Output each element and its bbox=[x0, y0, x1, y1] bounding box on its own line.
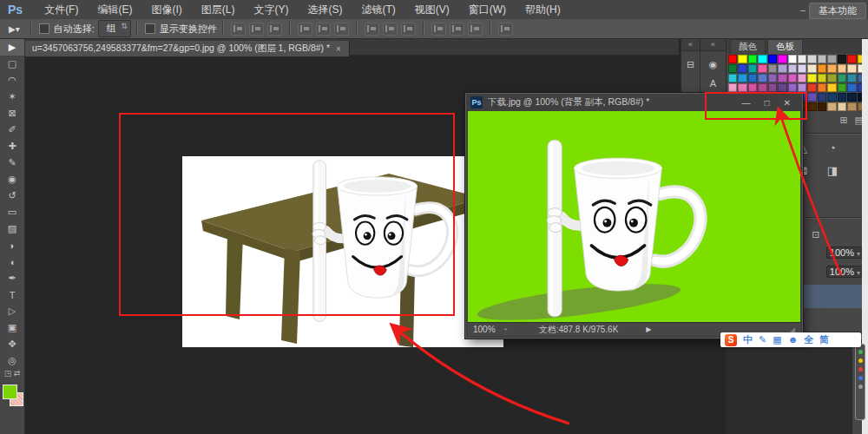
align-bottom-edges-icon[interactable] bbox=[267, 23, 282, 36]
distribute-top-edges-icon[interactable] bbox=[365, 23, 379, 36]
menu-layer[interactable]: 图层(L) bbox=[192, 3, 245, 17]
eyedropper-tool[interactable]: ✐ bbox=[0, 122, 24, 138]
fill-value-field[interactable]: 100% ▾ bbox=[826, 266, 864, 278]
align-left-edges-icon[interactable] bbox=[298, 23, 312, 36]
color-swatch[interactable] bbox=[827, 55, 836, 63]
tab-close-icon[interactable]: × bbox=[336, 44, 341, 54]
distribute-vertical-centers-icon[interactable] bbox=[383, 23, 398, 36]
menu-edit[interactable]: 编辑(E) bbox=[88, 3, 141, 17]
color-swatch[interactable] bbox=[847, 102, 856, 111]
ime-simplified-mode[interactable]: 简 bbox=[819, 332, 829, 347]
ime-pen-icon[interactable]: ✎ bbox=[759, 332, 766, 347]
color-swatch[interactable] bbox=[847, 93, 856, 102]
menu-window[interactable]: 窗口(W) bbox=[459, 3, 516, 17]
blur-tool[interactable]: ◗ bbox=[0, 237, 24, 253]
path-selection-tool[interactable]: ▷ bbox=[0, 303, 24, 319]
hand-tool[interactable]: ✥ bbox=[0, 336, 24, 352]
menu-help[interactable]: 帮助(H) bbox=[516, 3, 570, 17]
color-swatch[interactable] bbox=[788, 74, 797, 82]
color-swatch[interactable] bbox=[818, 64, 826, 73]
color-swatch[interactable] bbox=[807, 74, 816, 82]
ime-chinese-mode[interactable]: 中 bbox=[743, 332, 753, 347]
menu-filter[interactable]: 滤镜(T) bbox=[352, 3, 404, 17]
color-swatch[interactable] bbox=[728, 74, 737, 82]
color-swatch[interactable] bbox=[748, 74, 757, 82]
pen-tool[interactable]: ✒ bbox=[0, 270, 24, 286]
quick-selection-tool[interactable]: ✶ bbox=[0, 89, 24, 105]
color-swatch[interactable] bbox=[807, 55, 816, 63]
color-swatch[interactable] bbox=[738, 83, 746, 92]
zoom-tool[interactable]: ◎ bbox=[0, 352, 24, 369]
color-swatch[interactable] bbox=[838, 74, 846, 82]
menu-file[interactable]: 文件(F) bbox=[35, 3, 88, 17]
menu-type[interactable]: 文字(Y) bbox=[244, 3, 298, 17]
color-swatch[interactable] bbox=[728, 64, 737, 73]
status-expand-icon[interactable]: ▶ bbox=[646, 326, 651, 333]
foreground-color-swatch[interactable] bbox=[3, 385, 17, 399]
color-swatch[interactable] bbox=[827, 64, 836, 73]
sogou-input-bar[interactable]: S 中 ✎ ▦ ☻ 全 简 bbox=[720, 332, 861, 347]
color-swatch[interactable] bbox=[807, 93, 816, 102]
marquee-tool[interactable]: ▢ bbox=[0, 56, 24, 72]
color-swatch[interactable] bbox=[798, 64, 806, 73]
floating-document-window[interactable]: Ps 下载.jpg @ 100% (背景 副本, RGB/8#) * — □ ✕… bbox=[465, 93, 803, 339]
color-swatch[interactable] bbox=[827, 74, 836, 82]
crop-tool[interactable]: ⊠ bbox=[0, 105, 24, 122]
color-swatch[interactable] bbox=[807, 102, 816, 111]
color-swatch[interactable] bbox=[788, 55, 797, 63]
floating-document-canvas[interactable] bbox=[468, 111, 800, 322]
color-swatch[interactable] bbox=[827, 102, 836, 111]
tab-swatches[interactable]: 色板 bbox=[767, 39, 803, 54]
color-swatch[interactable] bbox=[798, 55, 806, 63]
color-swatch[interactable] bbox=[748, 64, 757, 73]
healing-brush-tool[interactable]: ✚ bbox=[0, 138, 24, 155]
collapse-arrows-icon[interactable]: « bbox=[700, 39, 726, 51]
collapse-arrows-icon[interactable]: « bbox=[681, 39, 700, 51]
color-swatch[interactable] bbox=[738, 74, 746, 82]
zoom-level-field[interactable]: 100% bbox=[473, 325, 496, 334]
menu-select[interactable]: 选择(S) bbox=[298, 3, 352, 17]
default-swap-colors-icon[interactable]: ◳ ⇄ bbox=[0, 369, 24, 378]
color-swatch[interactable] bbox=[768, 74, 777, 82]
sogou-logo-icon[interactable]: S bbox=[725, 334, 737, 346]
color-swatch[interactable] bbox=[768, 83, 777, 92]
color-swatch[interactable] bbox=[768, 55, 777, 63]
adjustment-icon[interactable]: ◨ bbox=[824, 164, 841, 178]
color-swatch[interactable] bbox=[818, 102, 826, 111]
history-panel-icon[interactable]: ⊟ bbox=[687, 59, 694, 70]
ime-fullwidth-mode[interactable]: 全 bbox=[804, 332, 813, 347]
minimize-button[interactable]: — bbox=[742, 98, 751, 108]
align-horizontal-centers-icon[interactable] bbox=[316, 23, 331, 36]
color-swatch[interactable] bbox=[798, 74, 806, 82]
color-swatch[interactable] bbox=[847, 83, 856, 92]
auto-align-layers-icon[interactable] bbox=[498, 23, 513, 36]
move-tool[interactable]: ▶ bbox=[0, 39, 24, 56]
color-swatch[interactable] bbox=[807, 83, 816, 92]
close-button[interactable]: ✕ bbox=[784, 98, 791, 108]
distribute-right-edges-icon[interactable] bbox=[468, 23, 483, 36]
color-swatch[interactable] bbox=[738, 64, 746, 73]
dodge-tool[interactable]: ◖ bbox=[0, 253, 24, 270]
color-swatch[interactable] bbox=[778, 83, 786, 92]
brush-tool[interactable]: ✎ bbox=[0, 155, 24, 171]
lasso-tool[interactable]: ◠ bbox=[0, 72, 24, 89]
menu-image[interactable]: 图像(I) bbox=[141, 3, 191, 17]
shape-tool[interactable]: ▣ bbox=[0, 319, 24, 336]
tab-color[interactable]: 颜色 bbox=[730, 39, 766, 54]
color-swatch[interactable] bbox=[748, 83, 757, 92]
color-swatch[interactable] bbox=[758, 83, 766, 92]
color-swatch[interactable] bbox=[778, 74, 786, 82]
color-swatch[interactable] bbox=[838, 93, 846, 102]
color-swatch[interactable] bbox=[847, 74, 856, 82]
adjustment-icon[interactable]: ◔ bbox=[824, 141, 841, 155]
color-swatch[interactable] bbox=[798, 83, 806, 92]
gradient-tool[interactable]: ▨ bbox=[0, 220, 24, 237]
color-swatch[interactable] bbox=[827, 83, 836, 92]
eraser-tool[interactable]: ▭ bbox=[0, 204, 24, 220]
document-tab[interactable]: u=3457063756,249583377&fm=27&gp=0.jpg @ … bbox=[24, 41, 350, 56]
align-top-edges-icon[interactable] bbox=[231, 23, 246, 36]
align-vertical-centers-icon[interactable] bbox=[249, 23, 264, 36]
color-swatch[interactable] bbox=[788, 83, 797, 92]
new-swatch-icon[interactable]: ⊞ bbox=[839, 115, 847, 126]
distribute-horizontal-centers-icon[interactable] bbox=[450, 23, 464, 36]
